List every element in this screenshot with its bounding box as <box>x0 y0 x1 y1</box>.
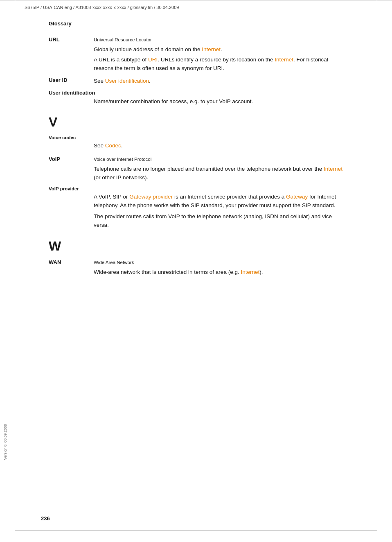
url-internet-link[interactable]: Internet <box>202 46 221 52</box>
url-uri-link[interactable]: URI <box>148 56 158 63</box>
header-text: S675IP / USA-CAN eng / A31008-xxxx-xxxx-… <box>25 5 179 10</box>
header-bar: S675IP / USA-CAN eng / A31008-xxxx-xxxx-… <box>0 0 392 11</box>
user-identification-link[interactable]: User identification <box>105 78 149 84</box>
voip-provider-def1: A VoIP, SIP or Gateway provider is an In… <box>94 193 343 210</box>
user-identification-term: User identification <box>49 90 343 96</box>
user-id-entry: User ID See User identification. <box>49 77 343 86</box>
codec-link[interactable]: Codec <box>105 142 121 149</box>
page-footer: 236 <box>41 515 50 522</box>
letter-v-heading: V <box>49 115 343 129</box>
voip-def1: Telephone calls are no longer placed and… <box>94 165 343 182</box>
voip-provider-def2: The provider routes calls from VoIP to t… <box>94 212 343 230</box>
user-id-see: See User identification. <box>94 77 343 86</box>
url-term: URL <box>49 36 94 43</box>
voip-definition: Voice over Internet Protocol Telephone c… <box>94 156 343 182</box>
wan-definition: Wide Area Network Wide-area network that… <box>94 259 343 277</box>
voip-internet-link[interactable]: Internet <box>324 166 342 172</box>
bottom-tick-left <box>15 538 15 542</box>
user-identification-entry: User identification <box>49 90 343 96</box>
page-number: 236 <box>41 515 50 522</box>
wan-abbr: Wide Area Network <box>94 259 343 266</box>
gateway-provider-link[interactable]: Gateway provider <box>129 194 173 200</box>
wan-entry: WAN Wide Area Network Wide-area network … <box>49 259 343 277</box>
voice-codec-entry: Voice codec <box>49 135 343 140</box>
voip-abbr: Voice over Internet Protocol <box>94 156 343 163</box>
url-abbr: Universal Resource Locator <box>94 36 343 44</box>
vertical-text: Version 8, 03.09.2008 <box>3 424 7 460</box>
bottom-tick-right <box>377 538 377 542</box>
wan-def1: Wide-area network that is unrestricted i… <box>94 268 343 277</box>
url-internet-link2[interactable]: Internet <box>275 56 293 63</box>
section-heading: Glossary <box>49 20 343 27</box>
gateway-link[interactable]: Gateway <box>286 194 308 200</box>
user-id-definition: See User identification. <box>94 77 343 86</box>
url-def1: Globally unique address of a domain on t… <box>94 45 343 54</box>
footer-rule <box>15 530 377 531</box>
url-def2: A URL is a subtype of URI. URLs identify… <box>94 56 343 73</box>
page-container: S675IP / USA-CAN eng / A31008-xxxx-xxxx-… <box>0 0 392 542</box>
voice-codec-term: Voice codec <box>49 135 343 140</box>
user-id-term: User ID <box>49 77 94 83</box>
voip-provider-entry: VoIP provider <box>49 186 343 191</box>
voip-provider-definition: A VoIP, SIP or Gateway provider is an In… <box>94 193 343 230</box>
wan-internet-link[interactable]: Internet <box>241 269 259 275</box>
voip-term: VoIP <box>49 156 94 162</box>
url-definition: Universal Resource Locator Globally uniq… <box>94 36 343 73</box>
main-content: Glossary URL Universal Resource Locator … <box>8 0 384 313</box>
voip-entry: VoIP Voice over Internet Protocol Teleph… <box>49 156 343 182</box>
user-identification-definition: Name/number combination for access, e.g.… <box>94 97 343 106</box>
wan-term: WAN <box>49 259 94 265</box>
letter-w-heading: W <box>49 239 343 253</box>
url-entry: URL Universal Resource Locator Globally … <box>49 36 343 73</box>
voip-provider-term: VoIP provider <box>49 186 343 191</box>
voice-codec-definition: See Codec. <box>94 142 343 150</box>
